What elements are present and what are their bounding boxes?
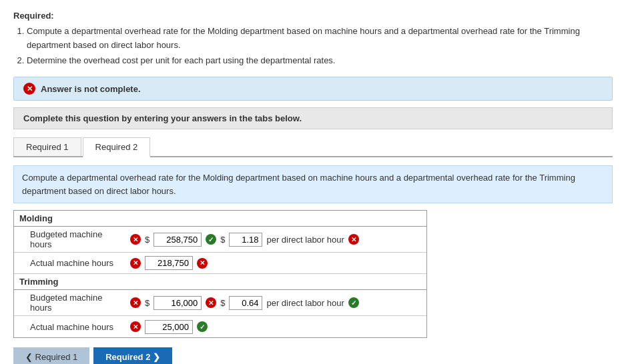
answer-banner-text: Answer is not complete.: [41, 84, 141, 94]
answer-error-icon: ✕: [23, 83, 35, 95]
tab-description: Compute a departmental overhead rate for…: [13, 165, 613, 203]
trimming-actual-value-input[interactable]: [145, 320, 193, 334]
instruction-1: Compute a departmental overhead rate for…: [27, 25, 613, 53]
table-row: Actual machine hours ✕ ✕: [14, 253, 426, 274]
molding-actual-label: Actual machine hours: [19, 258, 126, 268]
section-molding-header: Molding: [14, 211, 426, 227]
molding-budgeted-value-icon: ✓: [206, 234, 216, 245]
table-row: Budgeted machine hours ✕ $ ✓ $ per direc…: [14, 227, 426, 253]
molding-budgeted-label: Budgeted machine hours: [19, 229, 126, 249]
molding-rate-input[interactable]: [229, 233, 262, 247]
trimming-budgeted-value-input[interactable]: [153, 296, 202, 310]
trimming-per-icon: ✓: [348, 297, 359, 308]
molding-budgeted-dollar: $: [145, 235, 149, 245]
data-table: Molding Budgeted machine hours ✕ $ ✓ $ p…: [13, 210, 427, 338]
molding-actual-left-icon[interactable]: ✕: [130, 258, 141, 269]
instructions-list: Compute a departmental overhead rate for…: [27, 25, 613, 67]
trimming-budgeted-dollar: $: [145, 298, 149, 308]
trimming-rate-input[interactable]: [229, 296, 262, 310]
trimming-rate-dollar: $: [220, 298, 225, 308]
answer-banner: ✕ Answer is not complete.: [13, 77, 613, 101]
trimming-actual-left-icon[interactable]: ✕: [130, 321, 141, 332]
trimming-budgeted-value-icon[interactable]: ✕: [206, 297, 216, 308]
next-button[interactable]: Required 2 ❯: [93, 347, 172, 364]
molding-per-label: per direct labor hour: [266, 235, 344, 245]
table-row: Actual machine hours ✕ ✓: [14, 316, 426, 337]
molding-rate-dollar: $: [220, 235, 225, 245]
trimming-budgeted-left-icon[interactable]: ✕: [130, 297, 141, 308]
trimming-actual-value-icon: ✓: [197, 321, 208, 332]
trimming-actual-label: Actual machine hours: [19, 322, 126, 332]
prev-button[interactable]: ❮ Required 1: [13, 347, 89, 364]
molding-per-icon[interactable]: ✕: [348, 234, 359, 245]
nav-buttons: ❮ Required 1 Required 2 ❯: [13, 347, 613, 364]
molding-actual-value-input[interactable]: [145, 256, 193, 270]
molding-budgeted-left-icon[interactable]: ✕: [130, 234, 141, 245]
table-row: Budgeted machine hours ✕ $ ✕ $ per direc…: [14, 290, 426, 316]
instruction-2: Determine the overhead cost per unit for…: [27, 54, 613, 68]
tab-required-2[interactable]: Required 2: [83, 137, 151, 157]
complete-bar: Complete this question by entering your …: [13, 107, 613, 129]
molding-actual-value-icon[interactable]: ✕: [197, 258, 208, 269]
trimming-per-label: per direct labor hour: [266, 298, 344, 308]
trimming-budgeted-label: Budgeted machine hours: [19, 293, 126, 313]
tab-required-1[interactable]: Required 1: [13, 137, 81, 156]
tabs-row: Required 1 Required 2: [13, 137, 613, 157]
required-header: Required:: [13, 11, 613, 21]
molding-budgeted-value-input[interactable]: [153, 233, 202, 247]
section-trimming-header: Trimming: [14, 274, 426, 290]
